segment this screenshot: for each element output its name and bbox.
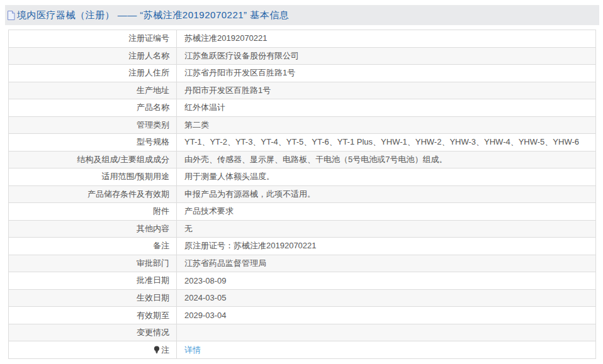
- table-row: 有效期至2029-03-04: [9, 307, 596, 324]
- table-row: 生效日期2024-03-05: [9, 289, 596, 307]
- table-row: 注详情: [9, 341, 596, 359]
- table-row: 备注原注册证号：苏械注准20192070221: [9, 238, 596, 255]
- row-value: 2024-03-05: [177, 289, 596, 307]
- registration-info-table: 注册证编号苏械注准20192070221注册人名称江苏鱼跃医疗设备股份有限公司注…: [8, 30, 596, 359]
- row-label: 变更情况: [9, 324, 177, 341]
- table-row: 批准日期2023-08-09: [9, 272, 596, 290]
- table-row: 管理类别第二类: [9, 116, 596, 134]
- row-value: 红外体温计: [177, 99, 596, 117]
- row-value: [177, 324, 596, 341]
- document-icon: [7, 11, 15, 20]
- row-value: 苏械注准20192070221: [177, 30, 596, 48]
- table-row: 附件产品技术要求: [9, 203, 596, 221]
- table-row: 适用范围/预期用途用于测量人体额头温度。: [9, 168, 596, 186]
- table-row: 型号规格YT-1、YT-2、YT-3、YT-4、YT-5、YT-6、YT-1 P…: [9, 134, 596, 152]
- table-row: 审批部门江苏省药品监督管理局: [9, 255, 596, 272]
- table-row: 变更情况: [9, 324, 596, 341]
- row-label: 型号规格: [9, 134, 177, 152]
- row-label: 结构及组成/主要组成成分: [9, 151, 177, 168]
- row-value: 原注册证号：苏械注准20192070221: [177, 238, 596, 255]
- row-value: 用于测量人体额头温度。: [177, 168, 596, 186]
- table-row: 注册证编号苏械注准20192070221: [9, 30, 596, 48]
- page: 境内医疗器械（注册） —— “苏械注准20192070221” 基本信息 注册证…: [0, 0, 603, 364]
- row-value: 2023-08-09: [177, 272, 596, 290]
- row-label: 注册人名称: [9, 47, 177, 65]
- row-value: 无: [177, 220, 596, 238]
- row-label: 注册证编号: [9, 30, 177, 48]
- row-value: 江苏省药品监督管理局: [177, 255, 596, 272]
- table-row: 其他内容无: [9, 220, 596, 238]
- table-row: 结构及组成/主要组成成分由外壳、传感器、显示屏、电路板、干电池（5号电池或7号电…: [9, 151, 596, 168]
- row-label: 生产地址: [9, 82, 177, 99]
- page-title: 境内医疗器械（注册） —— “苏械注准20192070221” 基本信息: [17, 9, 289, 21]
- row-label: 其他内容: [9, 220, 177, 238]
- row-label: 附件: [9, 203, 177, 221]
- row-value: 江苏鱼跃医疗设备股份有限公司: [177, 47, 596, 65]
- row-label: 审批部门: [9, 255, 177, 272]
- row-value: 江苏省丹阳市开发区百胜路1号: [177, 65, 596, 82]
- row-label: 有效期至: [9, 307, 177, 324]
- row-value: YT-1、YT-2、YT-3、YT-4、YT-5、YT-6、YT-1 Plus、…: [177, 134, 596, 152]
- table-row: 产品储存条件及有效期申报产品为有源器械，此项不适用。: [9, 185, 596, 203]
- row-value: 产品技术要求: [177, 203, 596, 221]
- row-label: 适用范围/预期用途: [9, 168, 177, 186]
- row-value: 丹阳市开发区百胜路1号: [177, 82, 596, 99]
- row-value: 第二类: [177, 116, 596, 134]
- page-header: 境内医疗器械（注册） —— “苏械注准20192070221” 基本信息: [5, 5, 599, 25]
- table-row: 生产地址丹阳市开发区百胜路1号: [9, 82, 596, 99]
- table-row: 注册人住所江苏省丹阳市开发区百胜路1号: [9, 65, 596, 82]
- row-label: 产品名称: [9, 99, 177, 117]
- table-row: 注册人名称江苏鱼跃医疗设备股份有限公司: [9, 47, 596, 65]
- bulb-icon: [154, 346, 160, 354]
- row-label: 注: [9, 341, 177, 359]
- row-value: 2029-03-04: [177, 307, 596, 324]
- row-label: 注册人住所: [9, 65, 177, 82]
- details-link[interactable]: 详情: [184, 345, 201, 355]
- row-value: 申报产品为有源器械，此项不适用。: [177, 185, 596, 203]
- row-label: 备注: [9, 238, 177, 255]
- table-row: 产品名称红外体温计: [9, 99, 596, 117]
- row-label: 管理类别: [9, 116, 177, 134]
- row-label: 批准日期: [9, 272, 177, 290]
- row-label: 产品储存条件及有效期: [9, 185, 177, 203]
- row-value: 由外壳、传感器、显示屏、电路板、干电池（5号电池或7号电池）组成。: [177, 151, 596, 168]
- row-label: 生效日期: [9, 289, 177, 307]
- row-value: 详情: [177, 341, 596, 359]
